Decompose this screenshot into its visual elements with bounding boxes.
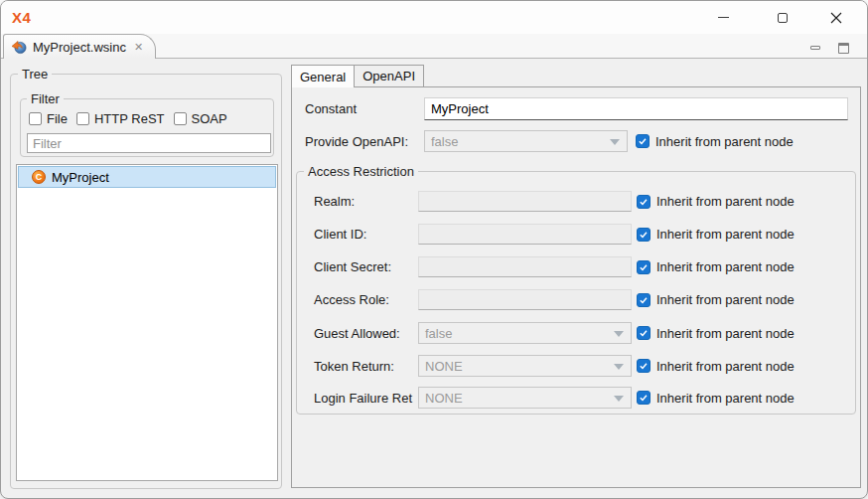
check-icon	[639, 393, 649, 403]
filter-groupbox: Filter File HTTP ReST SOAP	[20, 98, 274, 157]
realm-input[interactable]	[418, 191, 632, 212]
titlebar: X4	[1, 1, 867, 34]
inherit-checkbox-realm[interactable]	[637, 195, 651, 209]
access-role-row: Access Role: Inherit from parent node	[314, 289, 795, 310]
constant-row: Constant	[305, 97, 848, 120]
inherit-checkbox-client-id[interactable]	[637, 228, 651, 242]
filter-file-option[interactable]: File	[29, 111, 68, 126]
access-role-input[interactable]	[418, 289, 632, 310]
editor-tab-myproject-wsinc[interactable]: MyProject.wsinc ✕	[3, 34, 156, 59]
client-id-row: Client ID: Inherit from parent node	[314, 224, 795, 245]
login-failure-ret-dropdown[interactable]: NONE	[418, 387, 632, 409]
view-maximize-button[interactable]	[835, 42, 851, 54]
close-icon	[830, 12, 842, 24]
view-maximize-icon	[838, 43, 849, 54]
tab-openapi[interactable]: OpenAPI	[355, 65, 424, 87]
window-maximize-button[interactable]	[760, 1, 805, 34]
tree-item-myproject[interactable]: C MyProject	[18, 166, 276, 188]
realm-row: Realm: Inherit from parent node	[314, 191, 795, 212]
chevron-down-icon	[614, 331, 624, 337]
maximize-icon	[778, 13, 788, 23]
editor-tab-label: MyProject.wsinc	[33, 40, 126, 55]
chevron-down-icon	[614, 396, 624, 402]
tab-general[interactable]: General	[291, 65, 355, 87]
guest-allowed-dropdown[interactable]: false	[418, 322, 632, 344]
editor-tabstrip: MyProject.wsinc ✕	[1, 34, 867, 59]
tab-close-icon[interactable]: ✕	[134, 41, 143, 54]
provide-openapi-label: Provide OpenAPI:	[305, 134, 424, 149]
guest-allowed-row: Guest Allowed: false Inherit from parent…	[314, 322, 795, 344]
inherit-checkbox-provide-openapi[interactable]	[636, 134, 650, 148]
app-logo: X4	[12, 9, 31, 26]
login-failure-ret-row: Login Failure Ret NONE Inherit from pare…	[314, 387, 795, 409]
filter-http-rest-option[interactable]: HTTP ReST	[76, 111, 165, 126]
general-tab-panel: Constant Provide OpenAPI: false Inherit …	[291, 86, 861, 488]
check-icon	[639, 262, 649, 272]
soap-checkbox[interactable]	[174, 112, 187, 125]
detail-tabbar: General OpenAPI	[291, 65, 424, 87]
check-icon	[639, 328, 649, 338]
constant-node-icon: C	[32, 170, 46, 184]
token-return-dropdown[interactable]: NONE	[418, 355, 632, 377]
inherit-checkbox-guest-allowed[interactable]	[637, 326, 651, 340]
check-icon	[638, 136, 648, 146]
file-checkbox[interactable]	[29, 112, 42, 125]
check-icon	[639, 230, 649, 240]
view-minimize-icon	[810, 46, 820, 50]
project-tree[interactable]: C MyProject	[16, 164, 278, 481]
access-restriction-label: Access Restriction	[304, 164, 418, 179]
client-secret-row: Client Secret: Inherit from parent node	[314, 256, 795, 277]
inherit-checkbox-token-return[interactable]	[637, 359, 651, 373]
chevron-down-icon	[610, 139, 620, 145]
client-secret-input[interactable]	[418, 256, 632, 277]
constant-label: Constant	[305, 101, 424, 116]
inherit-checkbox-client-secret[interactable]	[637, 260, 651, 274]
http-rest-checkbox[interactable]	[76, 112, 89, 125]
constant-input[interactable]	[424, 97, 848, 120]
provide-openapi-dropdown[interactable]: false	[424, 130, 628, 152]
check-icon	[639, 295, 649, 305]
client-id-input[interactable]	[418, 224, 632, 245]
provide-openapi-row: Provide OpenAPI: false Inherit from pare…	[305, 130, 794, 152]
inherit-checkbox-login-failure-ret[interactable]	[637, 391, 651, 405]
app-window: X4 MyProject.wsinc ✕	[0, 0, 868, 499]
inherit-checkbox-access-role[interactable]	[637, 293, 651, 307]
minimize-icon	[718, 17, 729, 18]
access-restriction-groupbox: Access Restriction Realm: Inherit from p…	[296, 171, 856, 415]
window-close-button[interactable]	[813, 1, 859, 34]
chevron-down-icon	[614, 364, 624, 370]
filter-soap-option[interactable]: SOAP	[174, 111, 227, 126]
tree-groupbox: Tree Filter File HTTP ReST SOAP	[10, 74, 282, 489]
token-return-row: Token Return: NONE Inherit from parent n…	[314, 355, 795, 377]
filter-group-label: Filter	[27, 91, 64, 106]
wsinc-file-icon	[11, 39, 27, 55]
check-icon	[639, 197, 649, 207]
filter-checkbox-row: File HTTP ReST SOAP	[29, 111, 227, 126]
filter-input[interactable]	[27, 133, 271, 153]
view-minimize-button[interactable]	[807, 42, 823, 54]
check-icon	[639, 361, 649, 371]
window-minimize-button[interactable]	[700, 1, 746, 34]
tree-group-label: Tree	[18, 67, 52, 82]
